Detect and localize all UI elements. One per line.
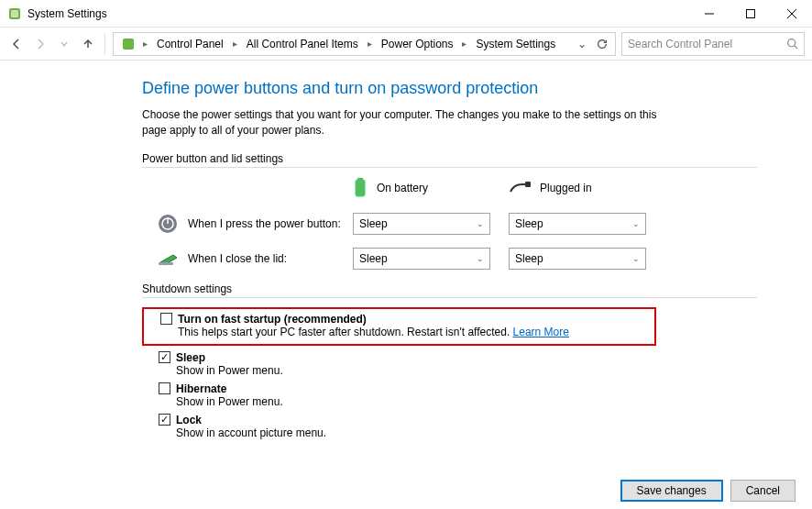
content-area: Define power buttons and turn on passwor…: [0, 61, 812, 439]
select-value: Sleep: [359, 217, 388, 230]
select-power-button-battery[interactable]: Sleep ⌄: [353, 213, 490, 235]
chevron-down-icon: ⌄: [477, 254, 484, 263]
checkbox-hibernate[interactable]: [159, 382, 170, 394]
breadcrumb-item[interactable]: Control Panel: [151, 35, 229, 53]
svg-rect-12: [525, 182, 531, 187]
hibernate-desc: Show in Power menu.: [159, 395, 757, 408]
chevron-right-icon[interactable]: ▸: [366, 39, 374, 49]
fast-startup-desc: This helps start your PC faster after sh…: [178, 326, 510, 338]
minimize-button[interactable]: [688, 0, 730, 27]
select-close-lid-battery[interactable]: Sleep ⌄: [353, 248, 490, 270]
svg-rect-10: [356, 180, 365, 196]
shutdown-hibernate: Hibernate Show in Power menu.: [142, 382, 757, 408]
row-power-button: When I press the power button: Sleep ⌄ S…: [142, 213, 757, 235]
cancel-button[interactable]: Cancel: [730, 480, 796, 502]
window-controls: [688, 0, 812, 27]
column-battery: On battery: [353, 177, 509, 200]
search-input[interactable]: Search Control Panel: [621, 32, 805, 56]
select-value: Sleep: [359, 252, 388, 265]
select-value: Sleep: [515, 217, 543, 230]
svg-rect-1: [11, 10, 18, 17]
shutdown-lock: Lock Show in account picture menu.: [142, 414, 757, 439]
breadcrumb-item[interactable]: All Control Panel Items: [241, 35, 364, 53]
page-intro: Choose the power settings that you want …: [142, 107, 664, 139]
window-title: System Settings: [27, 7, 688, 20]
forward-button[interactable]: [31, 35, 49, 53]
checkbox-lock[interactable]: [159, 414, 170, 426]
checkbox-sleep[interactable]: [159, 351, 170, 363]
back-button[interactable]: [7, 35, 26, 53]
laptop-lid-icon: [157, 248, 179, 270]
footer-buttons: Save changes Cancel: [620, 480, 796, 502]
breadcrumb-item[interactable]: System Settings: [470, 35, 561, 53]
fast-startup-label: Turn on fast startup (recommended): [178, 313, 367, 326]
app-icon: [7, 6, 22, 21]
svg-line-8: [795, 46, 797, 49]
chevron-down-icon: ⌄: [632, 254, 640, 263]
search-placeholder: Search Control Panel: [628, 38, 786, 50]
hibernate-label: Hibernate: [176, 382, 226, 395]
row-power-button-label: When I press the power button:: [188, 217, 341, 230]
refresh-button[interactable]: [593, 35, 611, 53]
svg-point-7: [788, 39, 796, 47]
save-button[interactable]: Save changes: [620, 480, 723, 502]
titlebar: System Settings: [0, 0, 812, 28]
lock-label: Lock: [176, 414, 202, 426]
select-value: Sleep: [515, 252, 543, 265]
select-power-button-plugged[interactable]: Sleep ⌄: [509, 213, 646, 235]
sleep-label: Sleep: [176, 351, 205, 364]
search-icon: [786, 38, 798, 50]
column-header-row: On battery Plugged in: [142, 177, 757, 200]
section-divider: [142, 167, 757, 168]
breadcrumb-item[interactable]: Power Options: [376, 35, 459, 53]
select-close-lid-plugged[interactable]: Sleep ⌄: [509, 248, 646, 270]
history-dropdown[interactable]: [55, 35, 73, 53]
column-plugged-label: Plugged in: [540, 182, 592, 194]
sleep-desc: Show in Power menu.: [159, 364, 757, 377]
svg-rect-16: [159, 262, 173, 265]
row-close-lid: When I close the lid: Sleep ⌄ Sleep ⌄: [142, 248, 757, 270]
close-button[interactable]: [771, 0, 812, 27]
section-power-lid: Power button and lid settings: [142, 152, 757, 165]
chevron-down-icon: ⌄: [477, 219, 484, 228]
svg-rect-6: [123, 39, 134, 50]
address-bar[interactable]: ▸ Control Panel ▸ All Control Panel Item…: [113, 32, 616, 56]
up-button[interactable]: [79, 35, 97, 53]
row-close-lid-label: When I close the lid:: [188, 252, 287, 265]
section-divider: [142, 297, 757, 298]
column-battery-label: On battery: [377, 182, 428, 194]
battery-icon: [353, 177, 368, 200]
navbar: ▸ Control Panel ▸ All Control Panel Item…: [0, 28, 812, 61]
learn-more-link[interactable]: Learn More: [513, 326, 569, 338]
power-icon: [157, 213, 179, 235]
chevron-right-icon[interactable]: ▸: [141, 39, 149, 49]
chevron-right-icon[interactable]: ▸: [231, 39, 239, 49]
column-plugged: Plugged in: [509, 181, 664, 196]
maximize-button[interactable]: [730, 0, 771, 27]
location-icon: [121, 37, 136, 51]
lock-desc: Show in account picture menu.: [159, 426, 757, 439]
checkbox-fast-startup[interactable]: [160, 313, 172, 325]
address-dropdown[interactable]: ⌄: [573, 35, 591, 53]
plug-icon: [509, 181, 531, 196]
shutdown-fast-startup: Turn on fast startup (recommended) This …: [142, 307, 656, 346]
separator: [104, 33, 105, 55]
section-shutdown: Shutdown settings: [142, 282, 757, 295]
shutdown-settings: Turn on fast startup (recommended) This …: [142, 307, 757, 439]
chevron-right-icon[interactable]: ▸: [460, 39, 468, 49]
chevron-down-icon: ⌄: [632, 219, 640, 228]
svg-rect-3: [746, 9, 754, 17]
shutdown-sleep: Sleep Show in Power menu.: [142, 351, 757, 377]
page-heading: Define power buttons and turn on passwor…: [142, 79, 757, 98]
